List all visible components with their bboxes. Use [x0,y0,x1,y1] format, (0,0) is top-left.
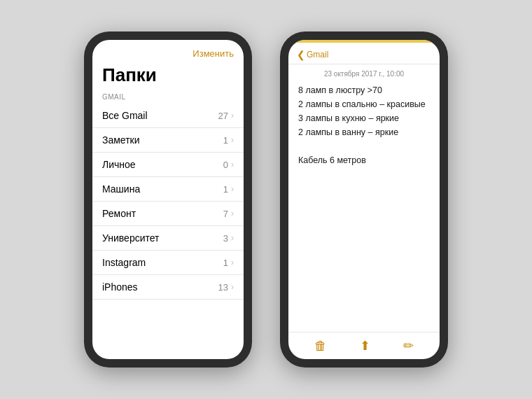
folder-count: 3 [223,233,228,244]
phone-note: ❮ Gmail 23 октября 2017 г., 10:00 8 ламп… [280,31,448,368]
folder-name: Ремонт [102,208,223,219]
chevron-right-icon: › [231,160,234,169]
folder-count: 27 [218,111,228,121]
delete-button[interactable]: 🗑 [314,339,327,354]
note-nav: ❮ Gmail [288,43,440,64]
folder-name: Заметки [102,134,223,146]
folders-header: Изменить [92,40,244,62]
folder-item[interactable]: Instagram 1 › [92,251,244,275]
chevron-right-icon: › [231,209,234,218]
back-button[interactable]: ❮ Gmail [297,50,328,59]
gmail-section-label: GMAIL [92,92,244,104]
phone-folders: Изменить Папки GMAIL Все Gmail 27 › Заме… [84,31,252,368]
folder-count: 1 [223,135,228,146]
phone-screen-note: ❮ Gmail 23 октября 2017 г., 10:00 8 ламп… [288,40,440,359]
phone-screen-folders: Изменить Папки GMAIL Все Gmail 27 › Заме… [92,40,244,359]
folder-item[interactable]: Личное 0 › [92,153,244,177]
chevron-right-icon: › [231,233,234,243]
folder-name: Машина [102,183,223,195]
edit-button[interactable]: Изменить [192,48,234,59]
folders-title: Папки [92,62,244,92]
folder-item[interactable]: Все Gmail 27 › [92,104,244,128]
chevron-right-icon: › [231,258,234,267]
folder-name: Instagram [102,257,223,268]
chevron-right-icon: › [231,184,234,194]
folder-list: Все Gmail 27 › Заметки 1 › Личное 0 › Ма… [92,104,244,359]
folder-item[interactable]: Ремонт 7 › [92,202,244,226]
folder-name: iPhones [102,281,218,293]
folder-item[interactable]: Машина 1 › [92,177,244,202]
share-button[interactable]: ⬆ [360,338,370,354]
folder-name: Личное [102,159,223,170]
chevron-right-icon: › [231,135,234,145]
compose-button[interactable]: ✏ [403,338,414,354]
note-content: 23 октября 2017 г., 10:00 8 ламп в люстр… [288,64,440,332]
folder-count: 13 [218,282,228,293]
note-toolbar: 🗑 ⬆ ✏ [288,332,440,359]
chevron-right-icon: › [231,282,234,292]
folder-count: 7 [223,209,228,219]
folder-name: Университет [102,232,223,244]
note-date: 23 октября 2017 г., 10:00 [298,70,430,78]
folder-count: 0 [223,160,228,170]
note-text: 8 ламп в люстру >70 2 лампы в спальню – … [298,83,430,167]
folder-count: 1 [223,184,228,195]
back-chevron-icon: ❮ [297,50,305,59]
folder-name: Все Gmail [102,110,218,121]
back-label: Gmail [307,50,328,59]
folder-item[interactable]: Университет 3 › [92,226,244,251]
folder-item[interactable]: iPhones 13 › [92,275,244,300]
folder-count: 1 [223,258,228,268]
folder-item[interactable]: Заметки 1 › [92,128,244,153]
chevron-right-icon: › [231,111,234,120]
